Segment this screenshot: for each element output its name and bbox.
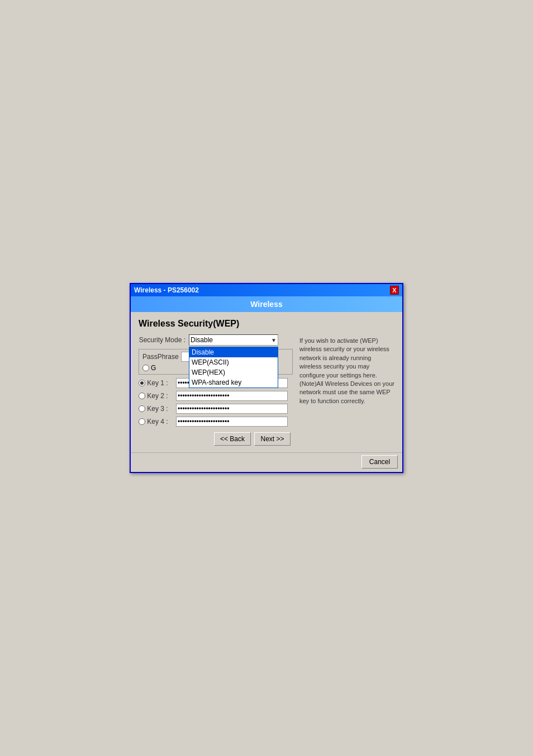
key2-radio[interactable] (139, 393, 145, 399)
section-header: Wireless (131, 296, 402, 312)
window-title: Wireless - PS256002 (134, 286, 199, 294)
security-mode-dropdown[interactable]: Disable WEP(ASCII) WEP(HEX) WPA-shared k… (189, 347, 278, 388)
generate-radio-label: G (151, 364, 156, 372)
key3-label: Key 3 : (145, 405, 176, 413)
title-bar: Wireless - PS256002 X (131, 284, 402, 296)
generate-radio-button[interactable] (142, 365, 149, 371)
cancel-button[interactable]: Cancel (361, 455, 398, 469)
right-panel: If you wish to activate (WEP) wireless s… (299, 334, 394, 446)
passphrase-label: PassPhrase (142, 353, 179, 361)
key3-input[interactable] (176, 404, 288, 414)
key4-row: Key 4 : (139, 417, 293, 427)
dropdown-arrow-icon: ▼ (271, 337, 277, 343)
cancel-row: Cancel (131, 452, 402, 472)
left-panel: Security Mode : Disable ▼ Disable WEP(AS… (139, 334, 293, 446)
key2-row: Key 2 : (139, 391, 293, 401)
navigation-buttons: << Back Next >> (139, 432, 293, 446)
key2-label: Key 2 : (145, 392, 176, 400)
next-button[interactable]: Next >> (254, 432, 291, 446)
page-title: Wireless Security(WEP) (139, 319, 394, 329)
key4-input[interactable] (176, 417, 288, 427)
content-area: Wireless Security(WEP) Security Mode : D… (131, 312, 402, 452)
key2-input[interactable] (176, 391, 288, 401)
dropdown-item-wep-hex[interactable]: WEP(HEX) (189, 367, 278, 377)
security-mode-label: Security Mode : (139, 336, 189, 344)
dropdown-item-disable[interactable]: Disable (189, 347, 278, 357)
back-button[interactable]: << Back (214, 432, 251, 446)
key3-radio[interactable] (139, 405, 145, 412)
key4-label: Key 4 : (145, 418, 176, 426)
security-mode-select-wrapper: Disable ▼ Disable WEP(ASCII) WEP(HEX) WP… (189, 334, 278, 346)
close-button[interactable]: X (390, 286, 399, 295)
security-mode-row: Security Mode : Disable ▼ Disable WEP(AS… (139, 334, 293, 346)
help-text: If you wish to activate (WEP) wireless s… (299, 337, 394, 404)
form-area: Security Mode : Disable ▼ Disable WEP(AS… (139, 334, 394, 446)
security-mode-select[interactable]: Disable ▼ (189, 334, 278, 346)
main-window: Wireless - PS256002 X Wireless Wireless … (130, 283, 403, 473)
key3-row: Key 3 : (139, 404, 293, 414)
dropdown-item-wep-ascii[interactable]: WEP(ASCII) (189, 357, 278, 367)
key1-label: Key 1 : (145, 379, 176, 387)
key1-radio[interactable] (139, 380, 145, 386)
key4-radio[interactable] (139, 418, 145, 425)
dropdown-item-wpa[interactable]: WPA-shared key (189, 377, 278, 388)
